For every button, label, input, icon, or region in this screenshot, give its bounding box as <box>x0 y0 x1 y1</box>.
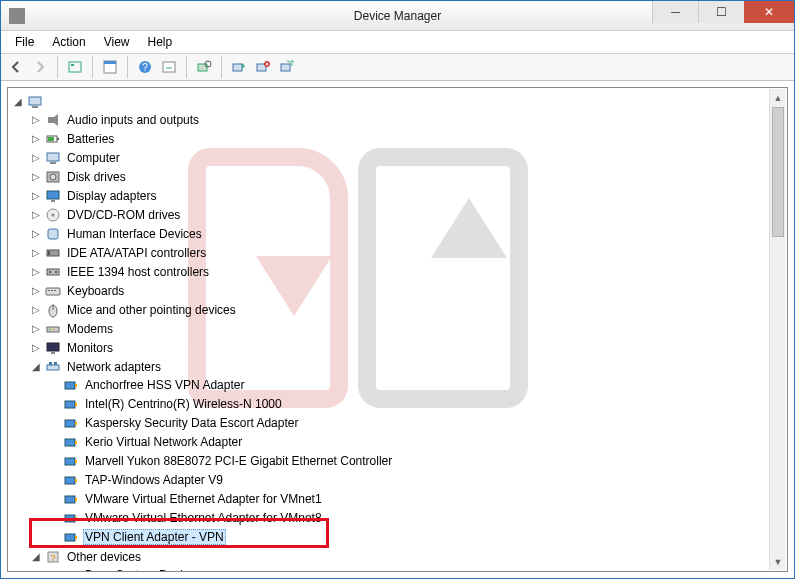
expand-icon[interactable]: ▷ <box>30 285 42 297</box>
device-node[interactable]: ▷Kerio Virtual Network Adapter <box>48 433 787 450</box>
forward-button[interactable] <box>29 56 51 78</box>
expand-icon[interactable]: ▷ <box>30 133 42 145</box>
device-node[interactable]: ▷Marvell Yukon 88E8072 PCI-E Gigabit Eth… <box>48 452 787 469</box>
close-button[interactable]: ✕ <box>744 1 794 23</box>
category-node[interactable]: ▷Disk drives <box>30 168 787 185</box>
maximize-button[interactable]: ☐ <box>698 1 744 23</box>
device-tree[interactable]: ◢▷Audio inputs and outputs▷Batteries▷Com… <box>12 92 787 572</box>
expand-icon[interactable]: ▷ <box>30 304 42 316</box>
device-node[interactable]: ▷TAP-Windows Adapter V9 <box>48 471 787 488</box>
device-node[interactable]: ▷Intel(R) Centrino(R) Wireless-N 1000 <box>48 395 787 412</box>
device-node[interactable]: ▷Kaspersky Security Data Escort Adapter <box>48 414 787 431</box>
expand-icon[interactable]: ▷ <box>30 209 42 221</box>
show-hidden-button[interactable] <box>64 56 86 78</box>
collapse-icon[interactable]: ◢ <box>12 96 24 108</box>
device-label: VPN Client Adapter - VPN <box>83 529 226 545</box>
toolbar-separator <box>221 56 222 78</box>
svg-rect-33 <box>46 288 60 295</box>
category-label: IEEE 1394 host controllers <box>65 265 211 279</box>
content-area: ◢▷Audio inputs and outputs▷Batteries▷Com… <box>1 81 794 578</box>
svg-rect-58 <box>75 479 77 482</box>
properties-button[interactable] <box>99 56 121 78</box>
toolbar-separator <box>186 56 187 78</box>
svg-rect-50 <box>75 403 77 406</box>
menu-help[interactable]: Help <box>140 33 181 51</box>
category-node[interactable]: ▷Audio inputs and outputs <box>30 111 787 128</box>
expand-icon[interactable]: ▷ <box>30 228 42 240</box>
category-label: Audio inputs and outputs <box>65 113 201 127</box>
vertical-scrollbar[interactable]: ▲ ▼ <box>769 89 786 570</box>
svg-rect-24 <box>51 200 55 202</box>
scroll-up-button[interactable]: ▲ <box>770 89 786 106</box>
svg-rect-12 <box>281 64 290 71</box>
svg-rect-30 <box>47 269 59 275</box>
svg-text:?: ? <box>50 553 55 563</box>
device-label: Intel(R) Centrino(R) Wireless-N 1000 <box>83 397 284 411</box>
expand-icon[interactable]: ▷ <box>30 171 42 183</box>
category-node[interactable]: ◢Network adapters <box>30 358 787 375</box>
menu-view[interactable]: View <box>96 33 138 51</box>
computer-icon <box>45 150 61 166</box>
mouse-icon <box>45 302 61 318</box>
scroll-down-button[interactable]: ▼ <box>770 553 786 570</box>
category-node[interactable]: ▷DVD/CD-ROM drives <box>30 206 787 223</box>
expand-icon[interactable]: ▷ <box>30 152 42 164</box>
uninstall-button[interactable] <box>252 56 274 78</box>
legacy-hardware-button[interactable] <box>276 56 298 78</box>
svg-rect-35 <box>51 290 53 291</box>
expand-icon[interactable]: ▷ <box>30 247 42 259</box>
expand-icon[interactable]: ▷ <box>30 266 42 278</box>
category-node[interactable]: ▷Mice and other pointing devices <box>30 301 787 318</box>
category-node[interactable]: ▷Human Interface Devices <box>30 225 787 242</box>
svg-rect-13 <box>29 97 41 105</box>
category-node[interactable]: ▷Batteries <box>30 130 787 147</box>
device-node[interactable]: ▷Anchorfree HSS VPN Adapter <box>48 376 787 393</box>
category-node[interactable]: ▷IEEE 1394 host controllers <box>30 263 787 280</box>
device-node[interactable]: ▷!Base System Device <box>48 566 787 572</box>
nic-icon <box>63 415 79 431</box>
scroll-thumb[interactable] <box>772 107 784 237</box>
category-node[interactable]: ▷IDE ATA/ATAPI controllers <box>30 244 787 261</box>
collapse-icon[interactable]: ◢ <box>30 551 42 563</box>
back-button[interactable] <box>5 56 27 78</box>
menu-file[interactable]: File <box>7 33 42 51</box>
svg-rect-64 <box>75 536 77 539</box>
svg-rect-27 <box>48 229 58 239</box>
svg-rect-34 <box>48 290 50 291</box>
display-icon <box>45 188 61 204</box>
device-node[interactable]: ▷VMware Virtual Ethernet Adapter for VMn… <box>48 490 787 507</box>
category-label: Batteries <box>65 132 116 146</box>
svg-point-32 <box>55 271 57 273</box>
device-tree-panel[interactable]: ◢▷Audio inputs and outputs▷Batteries▷Com… <box>7 87 788 572</box>
minimize-button[interactable]: ─ <box>652 1 698 23</box>
help-button[interactable]: ? <box>134 56 156 78</box>
device-label: VMware Virtual Ethernet Adapter for VMne… <box>83 492 324 506</box>
collapse-icon[interactable]: ◢ <box>30 361 42 373</box>
category-node[interactable]: ▷Monitors <box>30 339 787 356</box>
enable-button[interactable] <box>228 56 250 78</box>
menu-action[interactable]: Action <box>44 33 93 51</box>
expand-icon[interactable]: ▷ <box>30 323 42 335</box>
hid-icon <box>45 226 61 242</box>
category-node[interactable]: ▷Keyboards <box>30 282 787 299</box>
category-node[interactable]: ◢?Other devices <box>30 548 787 565</box>
device-node[interactable]: ▷VMware Virtual Ethernet Adapter for VMn… <box>48 509 787 526</box>
update-driver-button[interactable] <box>158 56 180 78</box>
nic-icon <box>63 510 79 526</box>
scan-hardware-button[interactable] <box>193 56 215 78</box>
svg-rect-6 <box>163 62 175 72</box>
category-label: Modems <box>65 322 115 336</box>
svg-rect-15 <box>48 117 54 123</box>
expand-icon[interactable]: ▷ <box>30 190 42 202</box>
category-node[interactable]: ▷Modems <box>30 320 787 337</box>
category-node[interactable]: ▷Display adapters <box>30 187 787 204</box>
svg-rect-52 <box>75 422 77 425</box>
category-node[interactable]: ▷Computer <box>30 149 787 166</box>
device-node[interactable]: ▷VPN Client Adapter - VPN <box>48 528 787 545</box>
nic-icon <box>63 472 79 488</box>
expand-icon[interactable]: ▷ <box>30 114 42 126</box>
expand-icon[interactable]: ▷ <box>30 342 42 354</box>
toolbar: ? <box>1 53 794 81</box>
tree-root-node[interactable]: ◢ <box>12 93 787 110</box>
svg-rect-36 <box>54 290 56 291</box>
